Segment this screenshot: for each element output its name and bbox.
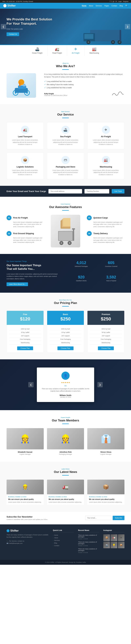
insta-2[interactable]: 🚛: [110, 534, 117, 541]
nav-services[interactable]: Services: [96, 5, 102, 7]
nav-about[interactable]: About: [89, 5, 93, 7]
freight-ocean[interactable]: 🚢 Ocean Freight: [27, 45, 48, 56]
team-member-1[interactable]: 👷 f t in Elizabeth Gaxsat Logistic Manag…: [7, 428, 44, 455]
service-warehousing[interactable]: 🏭 Warehousing Lorem ipsum dolor sit amet…: [87, 152, 124, 180]
nav-pages[interactable]: Pages: [104, 5, 109, 7]
nav-contact[interactable]: Contact: [111, 5, 117, 7]
news-item-3[interactable]: 📦 🔗 Business | October 12 2016 We can en…: [87, 480, 124, 505]
track-button[interactable]: Live Track: [112, 189, 124, 194]
basic-plan-button[interactable]: Choose Plan: [57, 346, 73, 350]
team-fb-1[interactable]: f: [23, 447, 23, 448]
hero-next-button[interactable]: ❯: [125, 24, 130, 29]
team-tw-2[interactable]: t: [65, 447, 65, 448]
feature-num-1: 01: [7, 215, 12, 220]
basic-plan-name: Basic: [50, 313, 82, 316]
nav-home[interactable]: Home: [82, 5, 86, 7]
insta-5[interactable]: 👷: [110, 542, 117, 548]
team-name-3: Simon Gloza: [87, 451, 124, 453]
footer-news-title-1: There are many variations of passages: [78, 534, 99, 538]
insta-6[interactable]: 📦: [118, 542, 124, 548]
premium-plan-button[interactable]: Choose Plan: [98, 346, 114, 350]
twitter-icon[interactable]: t: [111, 0, 112, 2]
footer-instagram: Instagram 📦 🚛 ✈ 🚢 👷 📦: [103, 529, 124, 555]
sea-icon: 🚢: [61, 126, 70, 134]
footer-link-services[interactable]: ›Services: [53, 540, 74, 541]
team-li-3[interactable]: in: [107, 447, 108, 448]
track-number-input[interactable]: [84, 189, 109, 194]
team-tw-1[interactable]: t: [24, 447, 25, 448]
testimonial-next-button[interactable]: ❯: [97, 382, 103, 387]
hero-subtitle: Enter Our promo code: [7, 28, 52, 30]
feature-title-3: Quickest Cargo: [93, 217, 108, 219]
footer-link-contact[interactable]: ›Contact: [53, 545, 74, 546]
svg-rect-26: [59, 232, 72, 240]
news-item-2[interactable]: 🚛 🔗 Business | October 12 2016 We can en…: [47, 480, 84, 505]
pricing-premium: Premium $250 400G by load 50 kg / pallet…: [87, 311, 124, 353]
team-fb-2[interactable]: f: [63, 447, 64, 448]
service-logistics[interactable]: 📦 Logistic Solutions Lorem ipsum dolor s…: [7, 152, 44, 180]
svg-rect-18: [19, 82, 21, 86]
footer-link-home[interactable]: ›Home: [53, 534, 74, 536]
newsletter-email-input[interactable]: [85, 516, 111, 520]
news-item-1[interactable]: 👷 🔗 Business | October 12 2016 We can en…: [7, 480, 44, 505]
linkedin-icon[interactable]: in: [116, 0, 117, 2]
free-plan-button[interactable]: Choose Plan: [17, 346, 33, 350]
team-fb-3[interactable]: f: [103, 447, 104, 448]
team-photo-2: 👷 f t in: [47, 428, 84, 450]
team-icon-2: 👷: [60, 434, 71, 444]
footer-link-about[interactable]: ›About: [53, 537, 74, 538]
basic-plan-body: 200G by load 15 kg / pallet 24/7 support…: [47, 325, 84, 353]
google-icon[interactable]: g+: [113, 0, 114, 2]
premium-f1: 400G by load: [90, 327, 122, 331]
testimonial-prev-button[interactable]: ❮: [28, 382, 34, 387]
important-learn-more-button[interactable]: Learn More About Us...: [7, 282, 28, 286]
footer-link-blog[interactable]: ›Blog: [53, 542, 74, 544]
search-icon[interactable]: 🔍: [125, 4, 128, 7]
premium-f5: Warehousing: [90, 341, 122, 344]
freight-road[interactable]: 🚛 Road Freight: [48, 45, 67, 56]
team-li-1[interactable]: in: [26, 447, 28, 448]
ceo-name: Kelly Knight: [44, 93, 67, 94]
freight-air[interactable]: ✈ Air Freight: [67, 45, 84, 56]
arrow-icon-5: ›: [53, 545, 53, 546]
about-title: Who We Are?: [7, 64, 124, 68]
testimonial-date: January 21 2016: [41, 396, 90, 398]
topbar: Mon - Fri: 8:00 AM - 10:30 PM, Sunday Cl…: [0, 0, 131, 3]
insta-4[interactable]: 🚢: [103, 542, 110, 548]
service-land[interactable]: 🚛 Land Transport Lorem ipsum dolor sit a…: [7, 122, 44, 149]
packaging-desc: Lorem ipsum dolor sit amet consectetur, …: [50, 169, 81, 176]
news-img-1: 👷 🔗: [7, 480, 44, 494]
stat-years-label: Years of Speed: [98, 280, 125, 282]
freight-bar: 🚢 Ocean Freight 🚛 Road Freight ✈ Air Fre…: [0, 44, 131, 56]
team-member-2[interactable]: 👷 f t in Johnthon Rob Packaging Manager: [47, 428, 84, 455]
facebook-icon[interactable]: f: [110, 0, 110, 2]
footer-news-3[interactable]: There are many variations of passages Oc…: [78, 548, 99, 553]
service-sea[interactable]: 🚢 Sea Freight Lorem ipsum dolor sit amet…: [47, 122, 84, 149]
login-link[interactable]: Login: [118, 1, 122, 2]
team-tw-3[interactable]: t: [105, 447, 106, 448]
register-link[interactable]: Register: [123, 1, 128, 2]
hero-prev-button[interactable]: ❮: [1, 24, 6, 29]
hero-contact-button[interactable]: Contact Us: [7, 32, 19, 36]
service-air[interactable]: ✈ Air Freight Lorem ipsum dolor sit amet…: [87, 122, 124, 149]
insta-1[interactable]: 📦: [103, 534, 110, 541]
track-section: Enter Your Email and Track Your Cargo Li…: [0, 186, 131, 197]
nav-blog[interactable]: Blog: [119, 5, 123, 7]
warehousing-desc: Lorem ipsum dolor sit amet consectetur, …: [91, 169, 121, 176]
newsletter-subscribe-button[interactable]: Subscribe: [113, 516, 124, 520]
footer-news-2[interactable]: There are many variations of passages Oc…: [78, 541, 99, 546]
basic-f3: 24/7 support: [50, 334, 82, 338]
footer-news-1[interactable]: There are many variations of passages Oc…: [78, 534, 99, 540]
freight-warehouse[interactable]: 🏭 Warehousing: [84, 45, 104, 56]
air-desc: Lorem ipsum dolor sit amet consectetur, …: [91, 139, 121, 146]
team-li-2[interactable]: in: [67, 447, 68, 448]
ceo-row: Kelly Knight Chairman & Chief Executive …: [44, 91, 124, 98]
track-email-input[interactable]: [49, 189, 82, 194]
footer-brand: Shifter There are many variations of pas…: [7, 529, 49, 555]
insta-3[interactable]: ✈: [118, 534, 124, 541]
important-section: Our Some Important Things Our Some Impor…: [0, 254, 131, 293]
team-member-3[interactable]: 👔 f t in Simon Gloza Logistic Manager: [87, 428, 124, 455]
service-packaging[interactable]: 🗃 Packaging and Store Lorem ipsum dolor …: [47, 152, 84, 180]
services-title: Our Service: [7, 113, 124, 116]
newsletter-text: Subscribe Our Newsletter Content in news…: [7, 516, 82, 520]
